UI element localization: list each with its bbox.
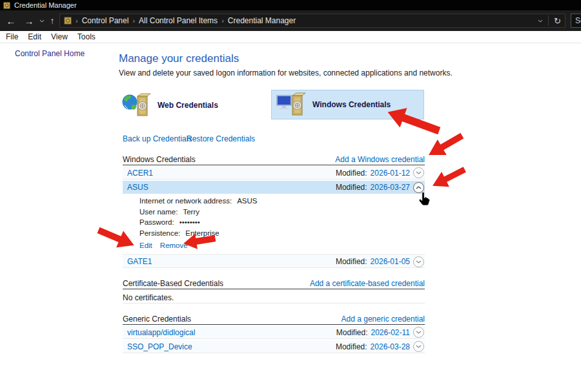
breadcrumb-separator: › [132,17,135,25]
no-certificates-text: No certificates. [123,293,425,304]
modified-label: Modified: [336,183,367,192]
up-icon: ↑ [50,15,55,26]
detail-value: ASUS [237,197,257,205]
address-bar[interactable]: › Control Panel › All Control Panel Item… [59,14,566,28]
hand-cursor-icon [418,191,431,207]
refresh-icon[interactable]: ↻ [554,16,561,26]
edit-link[interactable]: Edit [139,242,152,249]
vault-icon [64,17,72,25]
menu-file[interactable]: File [5,32,19,41]
certificate-credentials-section-header: Certificate-Based Credentials Add a cert… [123,278,425,289]
add-generic-credential-link[interactable]: Add a generic credential [341,315,425,324]
chevron-down-icon [416,331,422,334]
detail-label: Persistence: [139,229,180,237]
vault-icon [3,2,10,9]
credential-manager-window: Credential Manager ← → ↑ › Control Panel… [0,0,581,392]
breadcrumb-separator: › [221,17,224,25]
detail-value: Terry [183,208,199,216]
chevron-down-icon [416,171,422,174]
credential-row-acer1[interactable]: ACER1 Modified: 2026-01-12 [123,167,425,180]
credential-details-asus: Internet or network address: ASUS User n… [123,194,425,255]
chevron-up-icon [416,186,422,189]
chevron-down-icon [416,260,422,263]
recent-pages-button[interactable] [37,10,46,31]
modified-date: 2026-03-27 [371,183,410,192]
credential-name[interactable]: virtualapp/didlogical [127,328,195,337]
expand-button[interactable] [413,341,424,352]
breadcrumb-all-items[interactable]: All Control Panel Items [139,16,218,25]
credential-row-sso-pop-device[interactable]: SSO_POP_Device Modified: 2026-03-28 [123,340,425,353]
search-input[interactable]: Se [571,14,581,28]
up-button[interactable]: ↑ [46,10,58,31]
address-toolbar: ← → ↑ › Control Panel › All Control Pane… [0,10,581,31]
add-certificate-credential-link[interactable]: Add a certificate-based credential [310,279,425,288]
menu-bar: File Edit View Tools [0,31,581,43]
menu-tools[interactable]: Tools [77,32,96,41]
add-windows-credential-link[interactable]: Add a Windows credential [335,155,425,164]
title-bar: Credential Manager [0,0,581,10]
forward-icon: → [25,15,34,26]
modified-label: Modified: [336,328,368,337]
sidebar-control-panel-home[interactable]: Control Panel Home [15,49,85,58]
expand-button[interactable] [413,256,424,267]
modified-label: Modified: [336,342,367,351]
detail-address: Internet or network address: ASUS [139,196,425,207]
web-credentials-label: Web Credentials [158,101,218,110]
web-credentials-icon [121,92,152,118]
back-button[interactable]: ← [3,10,19,31]
menu-view[interactable]: View [50,32,68,41]
search-text: Se [575,16,581,25]
section-title: Certificate-Based Credentials [123,279,223,288]
detail-label: Password: [139,218,174,226]
modified-date: 2026-01-12 [371,169,410,178]
forward-button[interactable]: → [21,10,37,31]
web-credentials-category[interactable]: Web Credentials [121,90,218,120]
expand-button[interactable] [413,167,424,178]
breadcrumb-separator: › [76,17,78,25]
divider [548,15,549,26]
section-title: Windows Credentials [123,155,196,164]
modified-date: 2026-01-05 [371,257,410,266]
breadcrumb-control-panel[interactable]: Control Panel [82,16,129,25]
windows-credentials-icon [276,92,307,118]
windows-credentials-label: Windows Credentials [312,100,391,109]
chevron-down-icon [416,345,422,348]
credential-name[interactable]: GATE1 [127,257,152,266]
detail-username: User name: Terry [139,207,425,218]
chevron-down-icon [39,19,45,23]
section-title: Generic Credentials [123,315,191,324]
credential-row-asus[interactable]: ASUS Modified: 2026-03-27 [123,181,425,194]
credential-name[interactable]: SSO_POP_Device [127,342,192,351]
backup-credentials-link[interactable]: Back up Credentials [123,134,192,143]
annotation-arrow-asus-expand [428,161,469,194]
expand-button[interactable] [413,327,424,338]
modified-label: Modified: [336,169,367,178]
detail-password: Password: •••••••• [139,217,425,228]
credential-row-virtualapp[interactable]: virtualapp/didlogical Modified: 2026-02-… [123,326,425,339]
modified-date: 2026-03-28 [371,342,410,351]
modified-label: Modified: [336,257,367,266]
window-title: Credential Manager [14,1,77,9]
credential-name[interactable]: ACER1 [127,169,153,178]
empty-text: No certificates. [123,293,174,302]
page-title: Manage your credentials [119,52,239,65]
detail-label: User name: [139,208,178,216]
credential-name[interactable]: ASUS [127,183,148,192]
generic-credentials-section-header: Generic Credentials Add a generic creden… [123,314,425,325]
menu-edit[interactable]: Edit [27,32,42,41]
credential-row-gate1[interactable]: GATE1 Modified: 2026-01-05 [123,256,425,268]
address-dropdown-icon[interactable] [538,19,543,23]
detail-label: Internet or network address: [139,197,232,205]
back-icon: ← [6,15,16,26]
restore-credentials-link[interactable]: Restore Credentials [187,134,255,143]
modified-date: 2026-02-11 [371,328,411,337]
page-description: View and delete your saved logon informa… [119,68,453,77]
windows-credentials-section-header: Windows Credentials Add a Windows creden… [123,154,425,165]
detail-value: •••••••• [179,218,200,226]
breadcrumb-credential-manager[interactable]: Credential Manager [228,16,296,25]
